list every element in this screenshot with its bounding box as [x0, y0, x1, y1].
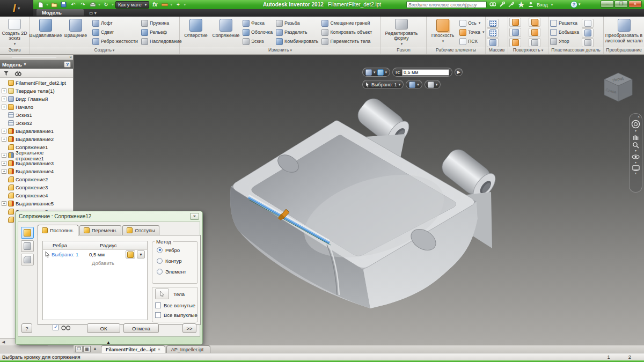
radius-dropdown-button[interactable]: ▼	[137, 250, 145, 258]
tree-item[interactable]: + Выдавливание5	[0, 200, 73, 208]
orbit-icon[interactable]	[632, 153, 640, 160]
bodies-checkbox-row[interactable]: Все вогнутые	[152, 300, 197, 310]
tree-item[interactable]: + Выдавливание2	[0, 135, 73, 143]
body-select-button[interactable]	[155, 289, 169, 299]
steering-wheel-icon[interactable]	[631, 120, 640, 129]
dialog-tab[interactable]: Переменн.	[79, 225, 122, 235]
chevron-down-icon[interactable]: ▾	[635, 161, 636, 164]
undo-button[interactable]: ↶	[69, 1, 77, 9]
dialog-tab[interactable]: Отступы	[122, 225, 159, 235]
tree-expander[interactable]: +	[2, 153, 6, 158]
more-options-button[interactable]: >>	[182, 323, 196, 333]
minimize-button[interactable]: –	[601, 1, 614, 8]
help-button[interactable]: ?▾	[570, 1, 584, 8]
options-icon[interactable]	[428, 82, 434, 88]
tree-expander[interactable]: +	[2, 97, 6, 101]
measure-button[interactable]	[160, 1, 169, 9]
save-button[interactable]	[60, 1, 68, 9]
add-edge-set-link[interactable]: Добавить	[59, 260, 147, 266]
print-button[interactable]	[89, 1, 97, 9]
plastic-feature-button[interactable]	[582, 38, 594, 47]
fillet-type-icon[interactable]	[409, 82, 415, 88]
modify-small-button[interactable]: Фаска	[242, 19, 274, 27]
dialog-help-button[interactable]: ?	[21, 323, 32, 333]
work-plane-button[interactable]: Плоскость▾	[428, 18, 458, 46]
selection-count-cell[interactable]: Выбрано: 1	[52, 252, 89, 257]
signin-label[interactable]: Вход	[537, 2, 547, 8]
checkbox-icon[interactable]	[155, 312, 161, 318]
create-small-button[interactable]: Рельеф	[141, 28, 184, 36]
checkbox-icon[interactable]	[155, 302, 161, 308]
zoom-icon[interactable]	[632, 142, 639, 149]
apply-arrow-button[interactable]: ▶	[455, 68, 463, 76]
tree-item[interactable]: Сопряжение2	[0, 175, 73, 183]
browser-header[interactable]: Модель▾ ?	[0, 60, 73, 69]
plastic-feature-button[interactable]: Упор	[550, 37, 581, 46]
create-small-button[interactable]: Пружина	[141, 19, 184, 27]
plastic-feature-button[interactable]: Решетка	[550, 19, 581, 27]
tree-item[interactable]: Сопряжение3	[0, 183, 73, 191]
tree-item[interactable]: Эскиз2	[0, 119, 73, 127]
new-file-button[interactable]	[36, 1, 45, 9]
radius-cell[interactable]: 0,5 мм	[89, 252, 105, 257]
tree-expander[interactable]	[2, 177, 6, 182]
dialog-resize-grip[interactable]: ▲	[106, 340, 111, 345]
preview-checkbox-icon[interactable]	[53, 324, 58, 330]
document-tab[interactable]: AP_Impeller.ipt	[166, 345, 211, 353]
tree-item[interactable]: + Выдавливание1	[0, 127, 73, 135]
tree-item[interactable]: FilamentFilter_det2.ipt	[0, 79, 73, 87]
modify-feature-button[interactable]: Сопряжение	[211, 18, 241, 46]
modify-feature-button[interactable]: Отверстие	[181, 18, 211, 46]
chevron-down-icon[interactable]: ▾	[417, 83, 419, 87]
group-label-pattern[interactable]: Массив	[486, 47, 508, 54]
surface-button[interactable]	[529, 28, 540, 37]
group-label-plastic-part[interactable]: Пластмассовая деталь	[548, 47, 604, 54]
view-options-icon[interactable]	[365, 69, 372, 76]
ok-button[interactable]: ОК	[87, 323, 120, 333]
edge-set-row[interactable]: Выбрано: 1 0,5 мм ▼	[43, 250, 147, 259]
surface-button[interactable]	[509, 28, 521, 37]
modify-small-button[interactable]: Резьба	[275, 19, 320, 27]
modify-small-button[interactable]: Разделить	[275, 28, 320, 36]
browser-float-bar[interactable]: ×	[0, 55, 73, 60]
scroll-left-icon[interactable]: ◀	[0, 340, 7, 344]
view-cube[interactable]: Перед Слева	[601, 70, 636, 106]
tree-expander[interactable]	[2, 113, 6, 117]
wrench-icon[interactable]	[499, 0, 505, 10]
surface-button[interactable]	[509, 38, 521, 47]
surface-button[interactable]	[529, 38, 540, 47]
chevron-down-icon[interactable]: ▾	[436, 83, 438, 87]
tree-expander[interactable]	[2, 209, 6, 214]
tree-item[interactable]: + Выдавливание4	[0, 167, 73, 175]
pan-hand-icon[interactable]	[632, 134, 639, 141]
tree-expander[interactable]: +	[2, 161, 6, 166]
convert-to-sheet-metal-button[interactable]: Преобразовать в листовой металл	[605, 18, 643, 46]
create-small-button[interactable]: Лофт	[92, 19, 140, 27]
group-label-work-features[interactable]: Рабочие элементы	[427, 47, 486, 54]
tree-expander[interactable]: +	[2, 129, 6, 134]
radio-icon[interactable]	[157, 247, 163, 253]
tree-expander[interactable]: +	[2, 201, 6, 206]
material-dropdown[interactable]: Как у мате▾	[115, 1, 149, 9]
create-feature-button[interactable]: Вращение	[61, 18, 91, 46]
tree-expander[interactable]	[2, 145, 6, 150]
plastic-feature-button[interactable]	[582, 19, 594, 28]
help-search-input[interactable]	[406, 1, 487, 8]
edge-select-icon-button[interactable]	[126, 250, 135, 258]
close-icon[interactable]: ×	[69, 55, 72, 60]
chevron-down-icon[interactable]: ▾	[399, 83, 401, 87]
close-button[interactable]: ×	[628, 1, 642, 8]
ribbon-tab[interactable]: Модель	[36, 9, 84, 16]
method-option[interactable]: Ребро	[152, 245, 197, 255]
pattern-button[interactable]	[487, 28, 499, 38]
plastic-feature-button[interactable]: Бобышка	[550, 28, 581, 36]
tree-expander[interactable]	[2, 217, 6, 222]
edges-list[interactable]: Ребра Радиус Выбрано: 1 0,5 мм ▼ Добавит…	[42, 241, 148, 320]
tree-item[interactable]: + Начало	[0, 103, 73, 111]
document-tab[interactable]: FilamentFilter_de...ipt×	[101, 345, 165, 353]
chevron-down-icon[interactable]: ▾	[374, 70, 376, 75]
chevron-down-icon[interactable]: ▾	[635, 172, 636, 175]
modify-small-button[interactable]: Переместить тела	[321, 37, 374, 46]
navbar-close-icon[interactable]: ×	[638, 115, 640, 119]
tree-item[interactable]: Эскиз1	[0, 111, 73, 119]
